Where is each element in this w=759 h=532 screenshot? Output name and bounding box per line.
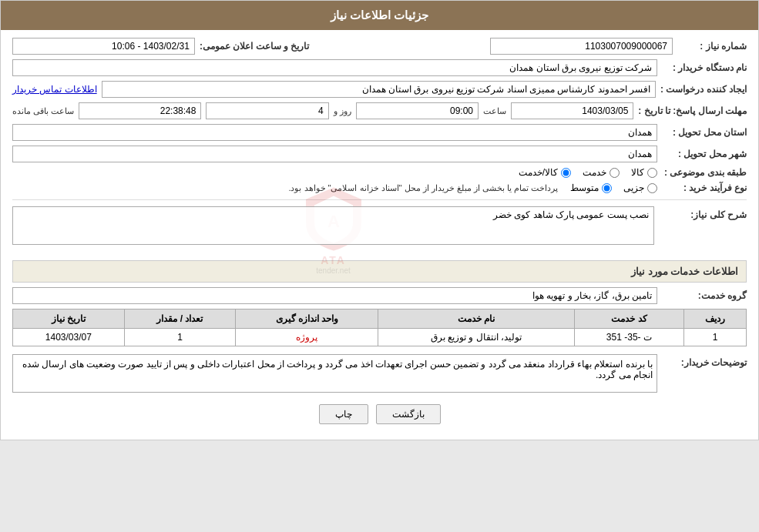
divider-1 <box>12 199 747 200</box>
page-wrapper: جزئیات اطلاعات نیاز شماره نیاز : 1103007… <box>0 0 759 440</box>
tawsif-row: توضیحات خریدار: <box>12 354 747 393</box>
nooe-farayand-row: نوع فرآیند خرید : جزیی متوسط پرداخت تمام… <box>12 182 747 193</box>
nam-dastgah-row: نام دستگاه خریدار : شرکت توزیع نیروی برق… <box>12 59 747 76</box>
shahr-row: شهر محل تحویل : همدان <box>12 146 747 162</box>
nam-dastgah-label: نام دستگاه خریدار : <box>662 62 747 73</box>
mohlat-label: مهلت ارسال پاسخ: تا تاریخ : <box>638 105 747 116</box>
shahr-tahvil-label: شهر محل تحویل : <box>662 149 747 159</box>
ijad-konande-link[interactable]: اطلاعات تماس خریدار <box>12 84 97 95</box>
farayand-radio-group: جزیی متوسط <box>570 182 657 193</box>
shomara-niaz-label: شماره نیاز : <box>677 41 747 52</box>
main-content: شماره نیاز : 1103007009000067 تاریخ و سا… <box>1 30 758 440</box>
radio-mottavaset-label: متوسط <box>570 182 599 193</box>
radio-kala-input[interactable] <box>647 168 657 178</box>
gorohe-khedmat-value: تامین برق، گاز، بخار و تهویه هوا <box>12 287 657 304</box>
sharh-row: شرح کلی نیاز: A ATA tender.net نصب پست ع… <box>12 206 747 253</box>
mohlat-date: 1403/03/05 <box>511 102 633 119</box>
col-tedaad: تعداد / مقدار <box>124 309 236 329</box>
radio-kala-khedmat[interactable]: کالا/خدمت <box>519 167 571 178</box>
farayand-text: پرداخت تمام یا بخشی از مبلغ خریدار از مح… <box>288 183 558 193</box>
col-tarikh: تاریخ نیاز <box>13 309 125 329</box>
ostan-tahvil-value: همدان <box>12 124 657 141</box>
ostan-row: استان محل تحویل : همدان <box>12 124 747 141</box>
nam-dastgah-value: شرکت توزیع نیروی برق استان همدان <box>12 59 657 76</box>
sharh-value: نصب پست عمومی پارک شاهد کوی خضر <box>12 206 654 245</box>
tawsif-label: توضیحات خریدار: <box>662 357 747 368</box>
radio-jazei[interactable]: جزیی <box>623 182 657 193</box>
radio-jazei-label: جزیی <box>623 182 644 193</box>
mohlat-remaining-label: ساعت باقی مانده <box>12 106 74 116</box>
mohlat-saat-label: ساعت <box>483 106 506 116</box>
gorohe-khedmat-label: گروه خدمت: <box>662 290 747 301</box>
gorohe-khedmat-row: گروه خدمت: تامین برق، گاز، بخار و تهویه … <box>12 287 747 304</box>
tarikh-elan-label: تاریخ و ساعت اعلان عمومی: <box>200 41 309 52</box>
radio-kala-khedmat-input[interactable] <box>561 168 571 178</box>
nooe-farayand-label: نوع فرآیند خرید : <box>662 182 747 193</box>
col-nam: نام خدمت <box>378 309 574 329</box>
sharh-label: شرح کلی نیاز: <box>662 209 747 220</box>
button-row: بازگشت چاپ <box>12 404 747 424</box>
services-table: ردیف کد خدمت نام خدمت واحد اندازه گیری ت… <box>12 309 747 346</box>
radio-kala-khedmat-label: کالا/خدمت <box>519 167 558 178</box>
tasnif-label: طبقه بندی موضوعی : <box>662 167 747 178</box>
mohlat-rooz-value: 4 <box>206 102 328 119</box>
shomara-row: شماره نیاز : 1103007009000067 تاریخ و سا… <box>12 38 747 55</box>
radio-mottavaset-input[interactable] <box>602 183 612 193</box>
col-kod: کد خدمت <box>574 309 684 329</box>
shahr-tahvil-value: همدان <box>12 146 657 162</box>
page-title: جزئیات اطلاعات نیاز <box>331 8 428 22</box>
mohlat-row: مهلت ارسال پاسخ: تا تاریخ : 1403/03/05 س… <box>12 102 747 119</box>
tarikh-elan-value: 1403/02/31 - 10:06 <box>12 38 195 55</box>
radio-jazei-input[interactable] <box>647 183 657 193</box>
back-button[interactable]: بازگشت <box>376 404 441 424</box>
radio-mottavaset[interactable]: متوسط <box>570 182 612 193</box>
mohlat-rooz-label: روز و <box>334 106 351 116</box>
print-button[interactable]: چاپ <box>319 404 368 424</box>
radio-khedmat-input[interactable] <box>610 168 620 178</box>
ijad-konande-value: افسر احمدوند کارشناس ممیزی اسناد شرکت تو… <box>102 81 656 98</box>
ijad-konande-label: ایجاد کننده درخواست : <box>660 84 747 95</box>
radio-kala-label: کالا <box>631 167 644 178</box>
radio-khedmat[interactable]: خدمت <box>583 167 620 178</box>
table-row: 1ت -35- 351تولید، انتقال و توزیع برقپروژ… <box>13 329 747 346</box>
radio-khedmat-label: خدمت <box>583 167 606 178</box>
mohlat-remaining-value: 22:38:48 <box>79 102 201 119</box>
radio-kala[interactable]: کالا <box>631 167 657 178</box>
col-vahed: واحد اندازه گیری <box>236 309 378 329</box>
tasnif-radio-group: کالا خدمت کالا/خدمت <box>519 167 657 178</box>
mohlat-saat-value: 09:00 <box>356 102 479 119</box>
shomara-niaz-value: 1103007009000067 <box>490 38 673 55</box>
ostan-tahvil-label: استان محل تحویل : <box>662 127 747 138</box>
tasnif-row: طبقه بندی موضوعی : کالا خدمت کالا/خدمت <box>12 167 747 178</box>
khadamat-section-title: اطلاعات خدمات مورد نیاز <box>12 260 747 283</box>
ijad-konande-row: ایجاد کننده درخواست : افسر احمدوند کارشن… <box>12 81 747 98</box>
page-header: جزئیات اطلاعات نیاز <box>1 1 758 30</box>
col-radif: ردیف <box>684 309 747 329</box>
tawsif-textarea[interactable] <box>12 354 657 393</box>
